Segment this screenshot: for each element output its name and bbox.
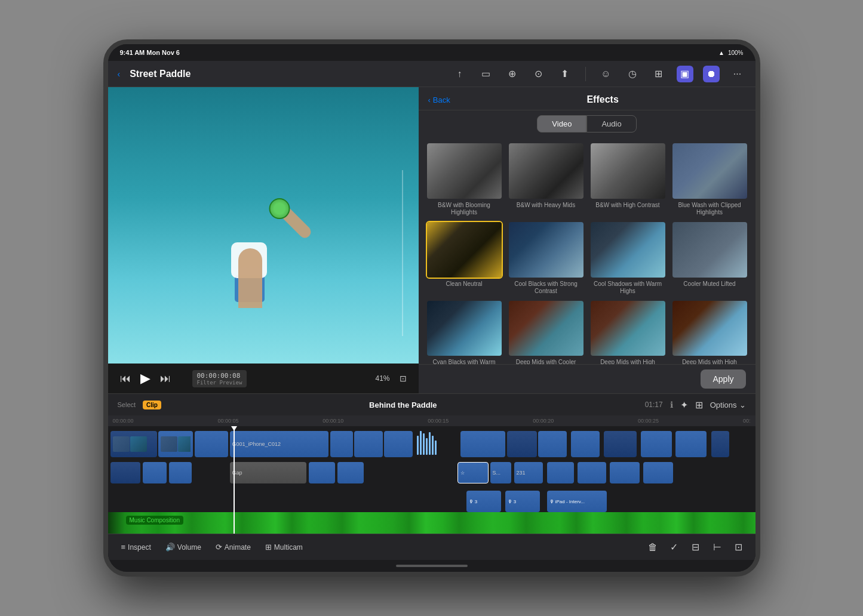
timeline-actions: ✦ ⊞ Options ⌄ bbox=[680, 399, 746, 411]
volume-icon: 🔊 bbox=[165, 543, 175, 552]
effect-blue-wash[interactable]: Blue Wash with Clipped Highlights bbox=[671, 142, 748, 216]
info-icon[interactable]: ℹ bbox=[670, 400, 673, 409]
clip-14[interactable] bbox=[675, 431, 707, 457]
timeline-header: Select Clip Behind the Paddle 01:17 ℹ ✦ … bbox=[108, 394, 755, 415]
clip-15[interactable] bbox=[711, 431, 729, 457]
effect-bw-bloom[interactable]: B&W with Blooming Highlights bbox=[426, 142, 503, 216]
effect-cyan-blacks[interactable]: Cyan Blacks with Warm Highlights bbox=[426, 300, 503, 365]
skip-back-button[interactable]: ⏮ bbox=[120, 372, 131, 385]
apply-button[interactable]: Apply bbox=[701, 369, 745, 389]
clip-5[interactable] bbox=[330, 431, 353, 457]
trash-icon: 🗑 bbox=[648, 542, 658, 553]
export-icon[interactable]: ⬆ bbox=[557, 66, 573, 82]
timeline-tracks[interactable]: G001_iPhone_C012 bbox=[108, 426, 755, 534]
sec-clip-4[interactable] bbox=[309, 462, 335, 483]
tracks-inner: G001_iPhone_C012 bbox=[108, 426, 755, 534]
ruler-mark-3: 00:00:15 bbox=[428, 418, 449, 424]
clip-9[interactable] bbox=[507, 431, 537, 457]
effect-bw-high[interactable]: B&W with High Contrast bbox=[589, 142, 667, 216]
effect-deep-mids-sat[interactable]: Deep Mids with High Saturation bbox=[671, 300, 748, 365]
audio-spikes bbox=[416, 430, 457, 456]
clip-11[interactable] bbox=[571, 431, 600, 457]
inspect-button[interactable]: ≡ Inspect bbox=[115, 539, 157, 555]
fullscreen-button[interactable]: ⊡ bbox=[400, 374, 407, 383]
inspect-label: Inspect bbox=[128, 543, 151, 552]
sec-clip-9[interactable] bbox=[643, 462, 673, 483]
clip-10[interactable] bbox=[538, 431, 567, 457]
volume-button[interactable]: 🔊 Volume bbox=[159, 539, 207, 555]
home-indicator bbox=[108, 560, 755, 572]
chevron-down-icon: ⌄ bbox=[739, 401, 746, 409]
effect-cooler-muted[interactable]: Cooler Muted Lifted bbox=[671, 221, 748, 295]
sec-clip-gap[interactable]: Gap bbox=[230, 462, 306, 483]
clip-6[interactable] bbox=[354, 431, 383, 457]
effect-deep-mids-high[interactable]: Deep Mids with High Contrast bbox=[589, 300, 667, 365]
sec-clip-6[interactable] bbox=[547, 462, 574, 483]
ruler-marks: 00:00:00 00:00:05 00:00:10 00:00:15 00:0… bbox=[108, 418, 755, 424]
sec-clip-5[interactable] bbox=[337, 462, 364, 483]
split-button[interactable]: ⊟ bbox=[686, 538, 705, 557]
skip-forward-button[interactable]: ⏭ bbox=[160, 372, 171, 385]
clip-3[interactable] bbox=[195, 431, 228, 457]
tab-audio[interactable]: Audio bbox=[586, 115, 636, 133]
clip-1[interactable] bbox=[110, 431, 157, 457]
select-label: Select bbox=[118, 401, 136, 408]
trim-button[interactable]: ⊢ bbox=[708, 538, 727, 557]
more-icon[interactable]: ··· bbox=[729, 66, 746, 82]
clip-8[interactable] bbox=[460, 431, 505, 457]
multicam-icon: ⊞ bbox=[265, 543, 272, 552]
multicam-label: Multicam bbox=[274, 543, 303, 552]
sec-clip-2[interactable] bbox=[143, 462, 167, 483]
sec-clip-3[interactable] bbox=[169, 462, 192, 483]
effects-back-button[interactable]: ‹ Back bbox=[428, 96, 450, 104]
grid-icon[interactable]: ⊞ bbox=[695, 399, 703, 411]
record-icon[interactable]: ⏺ bbox=[703, 66, 720, 82]
effects-tabs: Video Audio bbox=[419, 110, 755, 137]
sec-clip-8[interactable] bbox=[610, 462, 640, 483]
mic-icon[interactable]: ⊕ bbox=[504, 66, 521, 82]
share-icon[interactable]: ↑ bbox=[452, 66, 468, 82]
ipad-clip-1[interactable]: 🎙 3 bbox=[466, 491, 501, 512]
playhead bbox=[234, 426, 235, 534]
ipad-clip-3[interactable]: 🎙 iPad - Interv... bbox=[547, 491, 607, 512]
effect-clean-neutral[interactable]: Clean Neutral bbox=[426, 221, 503, 295]
clock-icon[interactable]: ◷ bbox=[624, 66, 641, 82]
play-button[interactable]: ▶ bbox=[140, 371, 151, 386]
effect-cool-shadows[interactable]: Cool Shadows with Warm Highs bbox=[589, 221, 667, 295]
sec-clip-7[interactable] bbox=[578, 462, 606, 483]
battery-label: 100% bbox=[728, 50, 744, 56]
ruler-mark-5: 00:00:25 bbox=[638, 418, 659, 424]
effect-cool-blacks[interactable]: Cool Blacks with Strong Contrast bbox=[508, 221, 585, 295]
options-button[interactable]: Options ⌄ bbox=[710, 401, 746, 409]
target-icon[interactable]: ⊙ bbox=[530, 66, 547, 82]
clip-7[interactable] bbox=[384, 431, 413, 457]
camera-icon[interactable]: ▭ bbox=[478, 66, 495, 82]
clip-13[interactable] bbox=[641, 431, 672, 457]
delete-button[interactable]: 🗑 bbox=[643, 538, 662, 557]
photos-icon[interactable]: ⊞ bbox=[650, 66, 667, 82]
clip-12[interactable] bbox=[604, 431, 637, 457]
crop-button[interactable]: ⊡ bbox=[729, 538, 748, 557]
ipad-clip-2[interactable]: 🎙 3 bbox=[505, 491, 540, 512]
animate-button[interactable]: ⟳ Animate bbox=[210, 539, 257, 555]
sec-clip-1[interactable] bbox=[110, 462, 140, 483]
effects-grid: B&W with Blooming Highlights B&W with He… bbox=[419, 137, 755, 364]
clip-iphone[interactable]: G001_iPhone_C012 bbox=[230, 431, 328, 457]
back-button[interactable]: ‹ bbox=[118, 69, 121, 79]
tab-video[interactable]: Video bbox=[537, 115, 586, 133]
emoji-icon[interactable]: ☺ bbox=[598, 66, 615, 82]
chevron-left-icon: ‹ bbox=[118, 69, 121, 79]
effect-deep-mids-cool[interactable]: Deep Mids with Cooler Shadows bbox=[508, 300, 585, 365]
secondary-track: Gap ☆ S... 231 bbox=[108, 460, 755, 486]
screen-record-icon[interactable]: ▣ bbox=[677, 66, 693, 82]
multicam-button[interactable]: ⊞ Multicam bbox=[259, 539, 309, 555]
clip-2[interactable] bbox=[158, 431, 193, 457]
sec-clip-s[interactable]: S... bbox=[490, 462, 511, 483]
sec-clip-star[interactable]: ☆ bbox=[457, 462, 489, 483]
check-button[interactable]: ✓ bbox=[665, 538, 684, 557]
video-scene bbox=[108, 87, 419, 364]
sparkle-icon[interactable]: ✦ bbox=[680, 399, 688, 411]
effect-bw-heavy[interactable]: B&W with Heavy Mids bbox=[508, 142, 585, 216]
ipad-screen: 9:41 AM Mon Nov 6 ▲ 100% ‹ Street Paddle… bbox=[108, 44, 755, 572]
sec-clip-231[interactable]: 231 bbox=[514, 462, 543, 483]
